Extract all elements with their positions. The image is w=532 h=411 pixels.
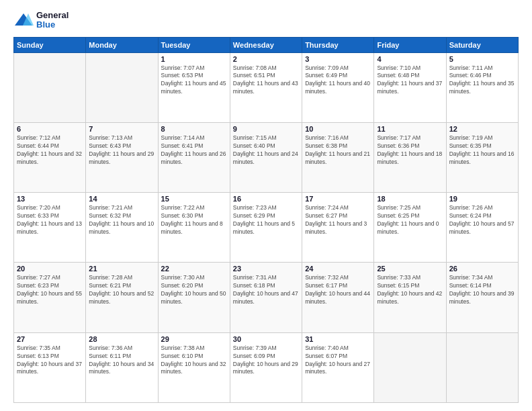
calendar-cell: 16Sunrise: 7:23 AM Sunset: 6:29 PM Dayli… [230,193,302,263]
calendar-cell: 27Sunrise: 7:35 AM Sunset: 6:13 PM Dayli… [14,332,86,402]
day-number: 24 [305,265,371,273]
day-info: Sunrise: 7:33 AM Sunset: 6:15 PM Dayligh… [377,274,443,306]
day-info: Sunrise: 7:10 AM Sunset: 6:48 PM Dayligh… [377,64,443,97]
weekday-wednesday: Wednesday [230,37,302,52]
day-info: Sunrise: 7:26 AM Sunset: 6:24 PM Dayligh… [449,204,515,236]
calendar-cell: 25Sunrise: 7:33 AM Sunset: 6:15 PM Dayli… [374,263,446,332]
calendar-cell: 9Sunrise: 7:15 AM Sunset: 6:40 PM Daylig… [230,122,302,192]
calendar-cell: 22Sunrise: 7:30 AM Sunset: 6:20 PM Dayli… [158,263,230,332]
calendar-cell: 5Sunrise: 7:11 AM Sunset: 6:46 PM Daylig… [446,52,518,122]
weekday-thursday: Thursday [302,37,374,52]
day-info: Sunrise: 7:32 AM Sunset: 6:17 PM Dayligh… [305,274,371,306]
calendar-cell [86,52,158,122]
day-number: 7 [89,125,154,133]
day-info: Sunrise: 7:30 AM Sunset: 6:20 PM Dayligh… [161,274,227,306]
day-info: Sunrise: 7:27 AM Sunset: 6:23 PM Dayligh… [17,274,83,306]
day-info: Sunrise: 7:08 AM Sunset: 6:51 PM Dayligh… [233,64,299,97]
day-info: Sunrise: 7:20 AM Sunset: 6:33 PM Dayligh… [17,204,83,236]
day-number: 6 [17,125,83,133]
day-number: 10 [305,125,371,133]
weekday-header-row: SundayMondayTuesdayWednesdayThursdayFrid… [14,37,519,52]
day-info: Sunrise: 7:35 AM Sunset: 6:13 PM Dayligh… [17,345,83,377]
calendar-cell: 2Sunrise: 7:08 AM Sunset: 6:51 PM Daylig… [230,52,302,122]
calendar-cell: 28Sunrise: 7:36 AM Sunset: 6:11 PM Dayli… [86,332,158,402]
day-number: 8 [161,125,227,133]
weekday-monday: Monday [86,37,158,52]
week-row-1: 1Sunrise: 7:07 AM Sunset: 6:53 PM Daylig… [14,52,519,122]
day-info: Sunrise: 7:23 AM Sunset: 6:29 PM Dayligh… [233,204,299,236]
calendar-cell: 12Sunrise: 7:19 AM Sunset: 6:35 PM Dayli… [446,122,518,192]
day-info: Sunrise: 7:22 AM Sunset: 6:30 PM Dayligh… [161,204,227,236]
day-number: 18 [377,195,443,203]
day-info: Sunrise: 7:31 AM Sunset: 6:18 PM Dayligh… [233,274,299,306]
day-info: Sunrise: 7:28 AM Sunset: 6:21 PM Dayligh… [89,274,154,306]
calendar-cell [374,332,446,402]
day-number: 29 [161,335,227,343]
day-info: Sunrise: 7:09 AM Sunset: 6:49 PM Dayligh… [305,64,371,97]
day-number: 16 [233,195,299,203]
day-number: 20 [17,265,83,273]
calendar-cell: 8Sunrise: 7:14 AM Sunset: 6:41 PM Daylig… [158,122,230,192]
header: General Blue [13,11,519,30]
day-info: Sunrise: 7:24 AM Sunset: 6:27 PM Dayligh… [305,204,371,236]
calendar-cell: 3Sunrise: 7:09 AM Sunset: 6:49 PM Daylig… [302,52,374,122]
day-info: Sunrise: 7:17 AM Sunset: 6:36 PM Dayligh… [377,134,443,167]
week-row-2: 6Sunrise: 7:12 AM Sunset: 6:44 PM Daylig… [14,122,519,192]
day-info: Sunrise: 7:14 AM Sunset: 6:41 PM Dayligh… [161,134,227,167]
day-info: Sunrise: 7:12 AM Sunset: 6:44 PM Dayligh… [17,134,83,167]
day-number: 19 [449,195,515,203]
day-number: 22 [161,265,227,273]
week-row-5: 27Sunrise: 7:35 AM Sunset: 6:13 PM Dayli… [14,332,519,402]
day-number: 5 [449,55,515,63]
day-number: 13 [17,195,83,203]
day-info: Sunrise: 7:38 AM Sunset: 6:10 PM Dayligh… [161,345,227,377]
calendar-cell: 19Sunrise: 7:26 AM Sunset: 6:24 PM Dayli… [446,193,518,263]
day-number: 23 [233,265,299,273]
day-info: Sunrise: 7:15 AM Sunset: 6:40 PM Dayligh… [233,134,299,167]
page: General Blue SundayMondayTuesdayWednesda… [0,0,532,411]
day-info: Sunrise: 7:11 AM Sunset: 6:46 PM Dayligh… [449,64,515,97]
calendar-table: SundayMondayTuesdayWednesdayThursdayFrid… [13,37,519,403]
day-number: 3 [305,55,371,63]
day-info: Sunrise: 7:07 AM Sunset: 6:53 PM Dayligh… [161,64,227,97]
day-info: Sunrise: 7:19 AM Sunset: 6:35 PM Dayligh… [449,134,515,167]
day-info: Sunrise: 7:36 AM Sunset: 6:11 PM Dayligh… [89,345,154,377]
day-number: 15 [161,195,227,203]
logo-text: General Blue [36,11,69,30]
week-row-3: 13Sunrise: 7:20 AM Sunset: 6:33 PM Dayli… [14,193,519,263]
day-number: 26 [449,265,515,273]
calendar-cell: 13Sunrise: 7:20 AM Sunset: 6:33 PM Dayli… [14,193,86,263]
day-number: 9 [233,125,299,133]
weekday-sunday: Sunday [14,37,86,52]
day-number: 1 [161,55,227,63]
day-info: Sunrise: 7:21 AM Sunset: 6:32 PM Dayligh… [89,204,154,236]
logo-icon [13,12,34,28]
day-number: 17 [305,195,371,203]
weekday-saturday: Saturday [446,37,518,52]
calendar-cell: 10Sunrise: 7:16 AM Sunset: 6:38 PM Dayli… [302,122,374,192]
calendar-cell: 20Sunrise: 7:27 AM Sunset: 6:23 PM Dayli… [14,263,86,332]
calendar-cell: 29Sunrise: 7:38 AM Sunset: 6:10 PM Dayli… [158,332,230,402]
day-number: 14 [89,195,154,203]
day-number: 27 [17,335,83,343]
calendar-cell: 6Sunrise: 7:12 AM Sunset: 6:44 PM Daylig… [14,122,86,192]
logo: General Blue [13,11,69,30]
day-number: 28 [89,335,154,343]
calendar-cell: 31Sunrise: 7:40 AM Sunset: 6:07 PM Dayli… [302,332,374,402]
day-number: 30 [233,335,299,343]
calendar-cell [14,52,86,122]
day-info: Sunrise: 7:13 AM Sunset: 6:43 PM Dayligh… [89,134,154,167]
day-number: 25 [377,265,443,273]
weekday-friday: Friday [374,37,446,52]
day-number: 21 [89,265,154,273]
week-row-4: 20Sunrise: 7:27 AM Sunset: 6:23 PM Dayli… [14,263,519,332]
calendar-cell: 18Sunrise: 7:25 AM Sunset: 6:25 PM Dayli… [374,193,446,263]
day-info: Sunrise: 7:25 AM Sunset: 6:25 PM Dayligh… [377,204,443,236]
calendar-cell [446,332,518,402]
day-info: Sunrise: 7:16 AM Sunset: 6:38 PM Dayligh… [305,134,371,167]
calendar-cell: 26Sunrise: 7:34 AM Sunset: 6:14 PM Dayli… [446,263,518,332]
calendar-cell: 24Sunrise: 7:32 AM Sunset: 6:17 PM Dayli… [302,263,374,332]
calendar-cell: 21Sunrise: 7:28 AM Sunset: 6:21 PM Dayli… [86,263,158,332]
calendar-cell: 4Sunrise: 7:10 AM Sunset: 6:48 PM Daylig… [374,52,446,122]
calendar-cell: 1Sunrise: 7:07 AM Sunset: 6:53 PM Daylig… [158,52,230,122]
